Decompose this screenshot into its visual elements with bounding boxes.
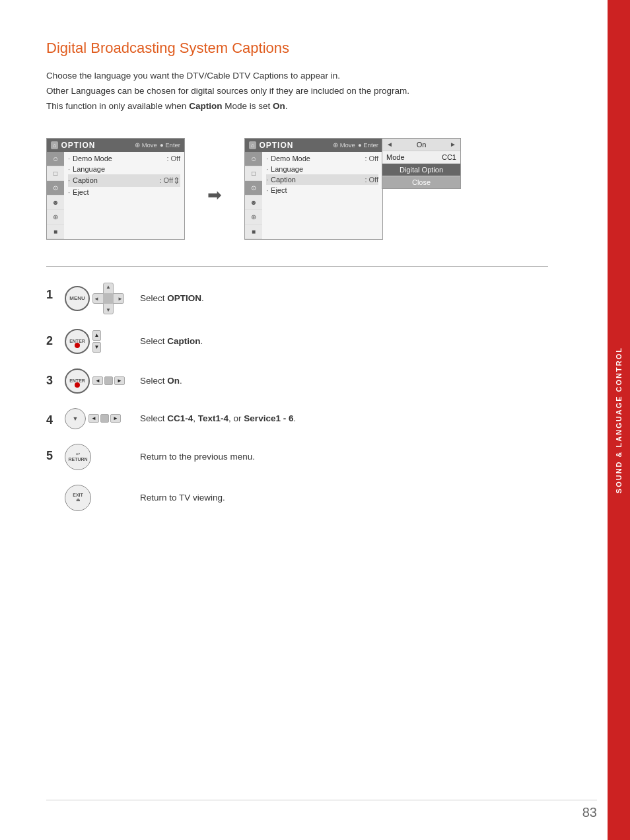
exit-button[interactable]: EXIT ⏏ xyxy=(65,485,91,511)
step-5-number: 5 xyxy=(46,449,55,463)
r-icon-4: ☻ xyxy=(245,195,262,210)
desc-line-2: Other Languages can be chosen for digita… xyxy=(46,84,548,99)
panel-header-left: ⌂ OPTION ⊕ Move● Enter xyxy=(47,139,184,152)
dpad-v-2[interactable]: ▲ ▼ xyxy=(92,330,101,353)
step-3-text: Select On. xyxy=(140,374,182,388)
step-4-number: 4 xyxy=(46,413,55,427)
dpad-1[interactable]: ▲ ▼ ◄ ► xyxy=(92,283,124,314)
item-caption-left: · Caption : Off ⇕ xyxy=(68,174,180,187)
panel-hints-left: ⊕ Move● Enter xyxy=(132,141,180,149)
menu-button[interactable]: MENU xyxy=(65,286,90,311)
desc-line-1: Choose the language you want the DTV/Cab… xyxy=(46,69,548,84)
arrow-between-panels: ➡ xyxy=(201,185,228,205)
r-icon-6: ■ xyxy=(245,225,262,239)
icon-6: ■ xyxy=(47,225,64,239)
circle-down-4: ▼ xyxy=(65,408,86,429)
step-3-row: 3 ENTER ◄ ► Select On. xyxy=(46,368,548,394)
icon-1: ☺ xyxy=(47,152,64,166)
page-title: Digital Broadcasting System Captions xyxy=(46,40,548,57)
arrow-right-icon: ► xyxy=(450,141,456,148)
panel-body-left: ☺ □ ⊙ ☻ ⊕ ■ · Demo Mode : Off · Languag xyxy=(47,152,184,239)
item-demo-left: · Demo Mode : Off xyxy=(68,153,180,164)
steps-section: 1 MENU ▲ ▼ ◄ ► Select OPTION. 2 xyxy=(46,283,548,511)
step-2-text: Select Caption. xyxy=(140,335,203,348)
header-icon-left: ⌂ xyxy=(51,141,58,149)
mode-label: Mode xyxy=(386,153,405,161)
icon-4: ☻ xyxy=(47,195,64,210)
description: Choose the language you want the DTV/Cab… xyxy=(46,69,548,114)
panel-hints-right: ⊕ Move● Enter xyxy=(330,141,378,149)
panel-title-right: OPTION xyxy=(259,141,293,150)
step-3-number: 3 xyxy=(46,374,55,388)
panel-items-left: · Demo Mode : Off · Language · Caption :… xyxy=(64,152,184,239)
item-language-left: · Language xyxy=(68,164,180,174)
mode-value: CC1 xyxy=(442,153,456,161)
step-exit-buttons: EXIT ⏏ xyxy=(65,485,131,511)
step-3-buttons: ENTER ◄ ► xyxy=(65,368,131,394)
item-demo-right: · Demo Mode : Off xyxy=(266,153,378,164)
sub-panel-on-value: On xyxy=(393,141,450,149)
sub-panel-on-row: ◄ On ► xyxy=(382,139,460,151)
item-language-right: · Language xyxy=(266,164,378,174)
item-caption-right: · Caption : Off xyxy=(266,174,378,185)
panel-title-left: OPTION xyxy=(61,141,95,150)
enter-button-3[interactable]: ENTER xyxy=(65,368,90,394)
r-icon-2: □ xyxy=(245,166,262,181)
step-1-buttons: MENU ▲ ▼ ◄ ► xyxy=(65,283,131,314)
step-4-row: 4 ▼ ◄ ► Select CC1-4, Text1-4, or Servic… xyxy=(46,408,548,429)
step-5-text: Return to the previous menu. xyxy=(140,450,255,464)
enter-button-2[interactable]: ENTER xyxy=(65,329,90,354)
item-eject-left: · Eject xyxy=(68,187,180,197)
digital-option-button[interactable]: Digital Option xyxy=(382,164,460,176)
step-1-row: 1 MENU ▲ ▼ ◄ ► Select OPTION. xyxy=(46,283,548,314)
option-panel-left: ⌂ OPTION ⊕ Move● Enter ☺ □ ⊙ ☻ ⊕ ■ xyxy=(46,138,185,240)
sidebar-text: SOUND & LANGUAGE CONTROL xyxy=(615,347,623,493)
panel-header-right: ⌂ OPTION ⊕ Move● Enter xyxy=(245,139,382,152)
step-2-number: 2 xyxy=(46,334,55,348)
diagrams-row: ⌂ OPTION ⊕ Move● Enter ☺ □ ⊙ ☻ ⊕ ■ xyxy=(46,138,548,240)
icon-3: ⊙ xyxy=(47,181,64,195)
r-icon-3: ⊙ xyxy=(245,181,262,195)
step-exit-text: Return to TV viewing. xyxy=(140,491,225,505)
step-5-row: 5 ↩ RETURN Return to the previous menu. xyxy=(46,444,548,470)
desc-line-3: This function in only available when Cap… xyxy=(46,99,548,114)
panel-icons-left: ☺ □ ⊙ ☻ ⊕ ■ xyxy=(47,152,64,239)
icon-5: ⊕ xyxy=(47,210,64,225)
bottom-divider xyxy=(46,800,597,800)
right-panel-group: ⌂ OPTION ⊕ Move● Enter ☺ □ ⊙ ☻ ⊕ ■ xyxy=(244,138,461,240)
sidebar: SOUND & LANGUAGE CONTROL xyxy=(608,0,630,840)
return-button[interactable]: ↩ RETURN xyxy=(65,444,91,470)
icon-2: □ xyxy=(47,166,64,181)
step-exit-row: 0 EXIT ⏏ Return to TV viewing. xyxy=(46,485,548,511)
dpad-h-3[interactable]: ◄ ► xyxy=(92,376,125,385)
step-2-buttons: ENTER ▲ ▼ xyxy=(65,329,131,354)
r-icon-1: ☺ xyxy=(245,152,262,166)
panel-items-right: · Demo Mode : Off · Language · Caption :… xyxy=(262,152,382,239)
header-icon-right: ⌂ xyxy=(249,141,256,149)
panel-body-right: ☺ □ ⊙ ☻ ⊕ ■ · Demo Mode : Off xyxy=(245,152,382,239)
step-1-text: Select OPTION. xyxy=(140,292,204,305)
dpad-h-4[interactable]: ◄ ► xyxy=(88,414,121,423)
close-button[interactable]: Close xyxy=(382,176,460,188)
step-4-text: Select CC1-4, Text1-4, or Service1 - 6. xyxy=(140,412,296,425)
sub-panel: ◄ On ► Mode CC1 Digital Option Close xyxy=(382,138,461,189)
step-4-buttons: ▼ ◄ ► xyxy=(65,408,131,429)
r-icon-5: ⊕ xyxy=(245,210,262,225)
option-panel-right: ⌂ OPTION ⊕ Move● Enter ☺ □ ⊙ ☻ ⊕ ■ xyxy=(244,138,383,240)
step-1-number: 1 xyxy=(46,288,55,302)
section-divider xyxy=(46,266,548,267)
sub-panel-mode-row: Mode CC1 xyxy=(382,151,460,164)
arrow-left-icon: ◄ xyxy=(386,141,393,148)
panel-icons-right: ☺ □ ⊙ ☻ ⊕ ■ xyxy=(245,152,262,239)
step-2-row: 2 ENTER ▲ ▼ Select Caption. xyxy=(46,329,548,354)
step-5-buttons: ↩ RETURN xyxy=(65,444,131,470)
page-number: 83 xyxy=(582,805,597,820)
page-content: Digital Broadcasting System Captions Cho… xyxy=(0,0,594,565)
item-eject-right: · Eject xyxy=(266,185,378,195)
